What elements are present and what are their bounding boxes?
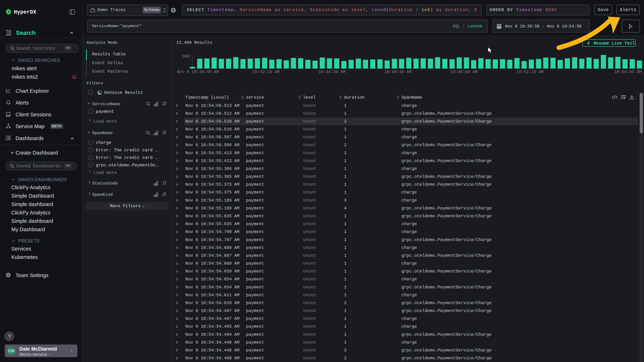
- svg-text:300: 300: [182, 54, 189, 59]
